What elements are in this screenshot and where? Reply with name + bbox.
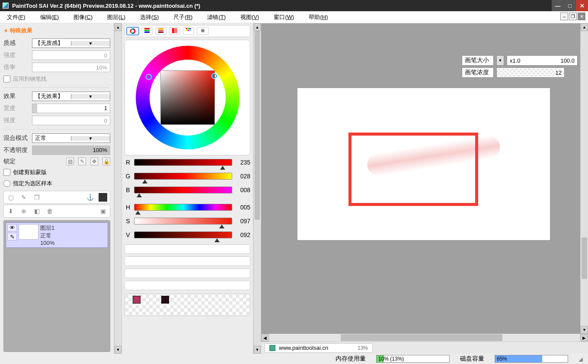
palette-row[interactable] xyxy=(125,281,250,290)
document-tab[interactable]: www.painttoolsai.cn 13% xyxy=(265,343,373,353)
h-slider[interactable] xyxy=(134,204,232,211)
texture-combo[interactable]: 【无质感】▼ xyxy=(32,38,110,48)
brush-size-dropdown[interactable]: ▼ xyxy=(496,55,504,66)
clear-layer-icon[interactable]: ◧ xyxy=(32,207,41,215)
color-panel: R235 G028 B008 H005 S097 V092 xyxy=(122,23,253,354)
menu-edit[interactable]: 编辑(E) xyxy=(40,13,59,21)
layer-name: 图层1 xyxy=(40,224,54,232)
b-slider[interactable] xyxy=(134,187,232,193)
scroll-right-icon[interactable]: ▶ xyxy=(580,334,588,342)
layer-item[interactable]: 👁 ✎ 图层1 正常 100% xyxy=(6,222,108,248)
menu-window[interactable]: 窗口(W) xyxy=(274,13,294,21)
color-wheel[interactable] xyxy=(125,40,250,155)
doc-name: www.painttoolsai.cn xyxy=(279,345,328,351)
new-linework-icon[interactable]: ✎ xyxy=(19,193,28,202)
new-layer-icon[interactable]: ▢ xyxy=(6,193,15,202)
menu-select[interactable]: 选择(S) xyxy=(140,13,159,21)
swatch-grid[interactable] xyxy=(125,294,250,316)
visibility-toggle[interactable]: 👁 xyxy=(7,224,17,231)
blend-combo[interactable]: 正常▼ xyxy=(32,133,110,143)
svg-rect-12 xyxy=(186,30,187,31)
layer-thumbnail xyxy=(19,224,38,240)
hue-marker[interactable] xyxy=(146,74,151,79)
svg-rect-11 xyxy=(189,28,191,29)
merge-down-icon[interactable]: ⬇ xyxy=(6,207,15,215)
lock-label: 锁定 xyxy=(3,158,29,165)
strength2-value[interactable]: 0 xyxy=(32,116,110,125)
mdi-minimize-button[interactable]: – xyxy=(560,13,568,20)
sv-marker[interactable] xyxy=(212,73,217,79)
lock-paint-icon[interactable]: ✎ xyxy=(78,158,86,165)
mask-icon[interactable]: ■ xyxy=(99,193,107,202)
r-slider[interactable] xyxy=(134,159,232,166)
chevron-down-icon: ▼ xyxy=(71,94,110,99)
fx-section-header[interactable]: ▼特殊效果 xyxy=(3,27,110,35)
rgb-sliders: R235 G028 B008 H005 S097 V092 xyxy=(125,159,250,238)
selection-source-radio[interactable] xyxy=(3,180,10,187)
collapse-icon: ▼ xyxy=(3,28,8,33)
layer-list[interactable]: 👁 ✎ 图层1 正常 100% xyxy=(3,220,110,352)
mixer-tab[interactable] xyxy=(169,27,180,35)
new-folder-icon[interactable]: ❐ xyxy=(32,193,41,202)
canvas-hscrollbar[interactable]: ◀ ▶ xyxy=(261,334,588,342)
palette-row[interactable] xyxy=(125,269,250,278)
menu-view[interactable]: 视图(V) xyxy=(240,13,259,21)
menu-file[interactable]: 文件(F) xyxy=(7,13,26,21)
edit-toggle[interactable]: ✎ xyxy=(7,233,17,241)
svg-rect-10 xyxy=(188,28,189,29)
mid-panel-scrollbar[interactable]: ▲▼ xyxy=(253,23,261,354)
svg-rect-3 xyxy=(144,32,150,33)
apply-pen-checkbox[interactable] xyxy=(3,76,10,82)
scroll-left-icon[interactable]: ◀ xyxy=(261,334,269,342)
flatten-icon[interactable]: ▣ xyxy=(99,207,107,215)
effect-combo[interactable]: 【无效果】▼ xyxy=(32,92,110,101)
document-canvas[interactable] xyxy=(297,88,550,240)
clipping-mask-checkbox[interactable] xyxy=(3,169,10,176)
strength-value[interactable]: 0 xyxy=(32,51,110,60)
mdi-close-button[interactable]: ✕ xyxy=(578,13,585,20)
mdi-restore-button[interactable]: ❐ xyxy=(569,13,577,20)
duplicate-layer-icon[interactable]: ⊕ xyxy=(19,207,28,215)
color-mode-tabs xyxy=(125,25,250,37)
palette-row[interactable] xyxy=(125,244,250,254)
minimize-button[interactable]: — xyxy=(552,0,564,11)
canvas-viewport[interactable]: 画笔大小 ▼ x1.0100.0 画笔浓度 12 xyxy=(261,23,580,334)
swatch[interactable] xyxy=(133,296,141,304)
menu-ruler[interactable]: 尺子(R) xyxy=(173,13,192,21)
swatch[interactable] xyxy=(161,296,169,304)
opacity-slider[interactable]: 100% xyxy=(32,146,110,155)
color-wheel-tab[interactable] xyxy=(127,27,139,35)
brush-density-value[interactable]: 12 xyxy=(496,67,565,78)
menu-help[interactable]: 帮助(H) xyxy=(309,13,328,21)
left-panel-scrollbar[interactable]: ▲▼ xyxy=(114,23,122,354)
v-slider[interactable] xyxy=(134,231,232,238)
lock-all-icon[interactable]: 🔒 xyxy=(102,158,110,165)
width-value[interactable]: 1 xyxy=(32,104,110,113)
sv-box[interactable] xyxy=(160,70,215,125)
palette-row[interactable] xyxy=(125,256,250,266)
h-label: H xyxy=(125,204,131,211)
transfer-down-icon[interactable]: ⚓ xyxy=(86,193,94,202)
resize-grip-icon[interactable]: ◢ xyxy=(578,356,583,362)
scratchpad-tab[interactable] xyxy=(197,27,209,35)
g-slider[interactable] xyxy=(134,173,232,180)
hsv-slider-tab[interactable] xyxy=(155,27,166,35)
menu-layer[interactable]: 图层(L) xyxy=(107,13,125,21)
menu-filter[interactable]: 滤镜(T) xyxy=(207,13,226,21)
lock-move-icon[interactable]: ✥ xyxy=(90,158,98,165)
lock-pixels-icon[interactable]: ▧ xyxy=(66,158,74,165)
scale-value[interactable]: 10% xyxy=(32,63,110,72)
delete-layer-icon[interactable]: 🗑 xyxy=(45,207,54,215)
brush-size-value[interactable]: x1.0100.0 xyxy=(507,55,578,66)
s-slider[interactable] xyxy=(134,218,232,225)
svg-rect-1 xyxy=(144,28,150,29)
close-button[interactable]: ✕ xyxy=(576,0,588,11)
menu-image[interactable]: 图像(C) xyxy=(74,13,93,21)
v-label: V xyxy=(125,231,131,238)
canvas-vscrollbar[interactable]: ▲▼ xyxy=(580,23,588,334)
maximize-button[interactable]: □ xyxy=(564,0,576,11)
rgb-slider-tab[interactable] xyxy=(141,27,153,35)
app-icon xyxy=(3,3,9,9)
swatch-tab[interactable] xyxy=(183,27,194,35)
blend-label: 混合模式 xyxy=(3,134,29,142)
